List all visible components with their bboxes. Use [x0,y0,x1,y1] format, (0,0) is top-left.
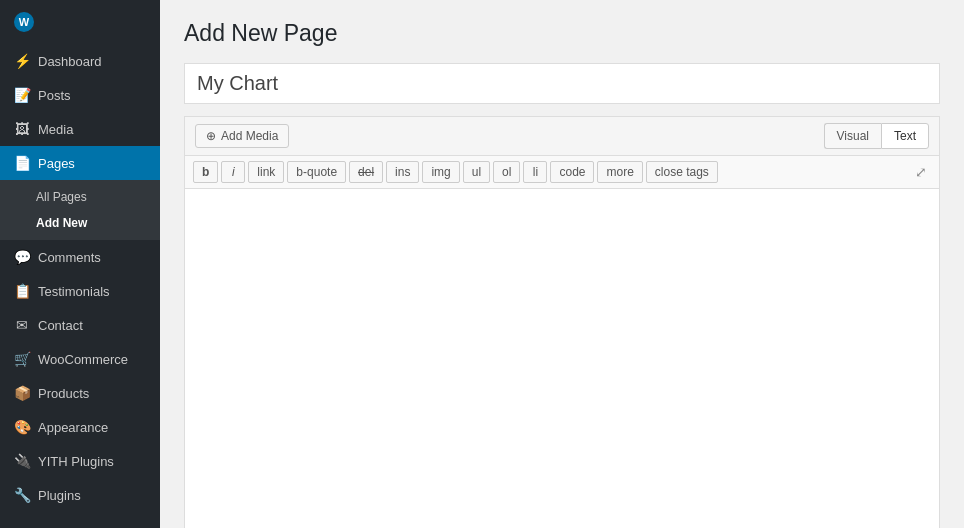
yith-icon: 🔌 [14,453,30,469]
editor-content-area[interactable]: https://docs.google.com/spreadsheets/d/1… [185,189,939,528]
testimonials-icon: 📋 [14,283,30,299]
sidebar-item-comments[interactable]: 💬 Comments [0,240,160,274]
sidebar-item-label: Media [38,122,73,137]
format-del-button[interactable]: del [349,161,383,183]
tab-text[interactable]: Text [881,123,929,149]
format-code-button[interactable]: code [550,161,594,183]
appearance-icon: 🎨 [14,419,30,435]
add-media-button[interactable]: ⊕ Add Media [195,124,289,148]
format-toolbar: b i link b-quote del ins img ul ol li co… [185,156,939,189]
add-media-icon: ⊕ [206,129,216,143]
comments-icon: 💬 [14,249,30,265]
sidebar-item-label: YITH Plugins [38,454,114,469]
sidebar-item-add-new[interactable]: Add New [0,210,160,236]
sidebar-item-label: Products [38,386,89,401]
dashboard-icon: ⚡ [14,53,30,69]
pages-submenu: All Pages Add New [0,180,160,240]
sidebar-item-label: WooCommerce [38,352,128,367]
plugins-icon: 🔧 [14,487,30,503]
sidebar-item-contact[interactable]: ✉ Contact [0,308,160,342]
format-ol-button[interactable]: ol [493,161,520,183]
sidebar-item-woocommerce[interactable]: 🛒 WooCommerce [0,342,160,376]
sidebar-item-products[interactable]: 📦 Products [0,376,160,410]
sidebar-item-label: Posts [38,88,71,103]
format-italic-button[interactable]: i [221,161,245,183]
sidebar-item-label: Plugins [38,488,81,503]
expand-icon: ⤢ [915,164,927,180]
sidebar-item-yith-plugins[interactable]: 🔌 YITH Plugins [0,444,160,478]
sidebar-item-pages[interactable]: 📄 Pages [0,146,160,180]
sidebar-item-media[interactable]: 🖼 Media [0,112,160,146]
format-link-button[interactable]: link [248,161,284,183]
format-ul-button[interactable]: ul [463,161,490,183]
sidebar-item-plugins[interactable]: 🔧 Plugins [0,478,160,512]
sidebar-item-label: Dashboard [38,54,102,69]
sidebar-item-appearance[interactable]: 🎨 Appearance [0,410,160,444]
sidebar: W ⚡ Dashboard 📝 Posts 🖼 Media 📄 Pages Al… [0,0,160,528]
sidebar-item-label: Pages [38,156,75,171]
sidebar-item-label: Comments [38,250,101,265]
sidebar-item-label: Contact [38,318,83,333]
sidebar-item-dashboard[interactable]: ⚡ Dashboard [0,44,160,78]
editor-html-content: https://docs.google.com/spreadsheets/d/1… [197,199,927,528]
format-li-button[interactable]: li [523,161,547,183]
editor-top-bar: ⊕ Add Media Visual Text [185,117,939,156]
format-close-tags-button[interactable]: close tags [646,161,718,183]
sidebar-item-posts[interactable]: 📝 Posts [0,78,160,112]
page-title-input[interactable] [184,63,940,104]
format-img-button[interactable]: img [422,161,459,183]
view-tabs: Visual Text [824,123,929,149]
expand-editor-button[interactable]: ⤢ [911,162,931,182]
format-bold-button[interactable]: b [193,161,218,183]
sidebar-item-testimonials[interactable]: 📋 Testimonials [0,274,160,308]
sidebar-item-label: Testimonials [38,284,110,299]
posts-icon: 📝 [14,87,30,103]
wp-logo-icon: W [14,12,34,32]
sidebar-item-all-pages[interactable]: All Pages [0,184,160,210]
wp-logo: W [0,0,160,44]
page-title: Add New Page [184,20,940,47]
tab-visual[interactable]: Visual [824,123,881,149]
main-content: Add New Page ⊕ Add Media Visual Text b i… [160,0,964,528]
woocommerce-icon: 🛒 [14,351,30,367]
all-pages-label: All Pages [36,190,87,204]
editor-container: ⊕ Add Media Visual Text b i link b-quote… [184,116,940,528]
pages-icon: 📄 [14,155,30,171]
sidebar-item-label: Appearance [38,420,108,435]
media-icon: 🖼 [14,121,30,137]
add-media-label: Add Media [221,129,278,143]
format-bquote-button[interactable]: b-quote [287,161,346,183]
contact-icon: ✉ [14,317,30,333]
format-more-button[interactable]: more [597,161,642,183]
format-ins-button[interactable]: ins [386,161,419,183]
add-new-label: Add New [36,216,87,230]
products-icon: 📦 [14,385,30,401]
